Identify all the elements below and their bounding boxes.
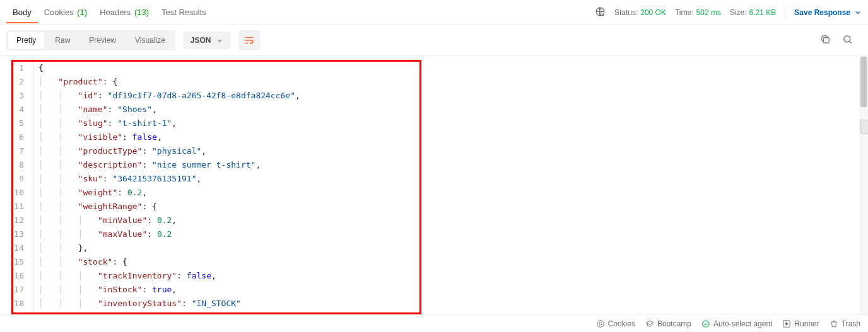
footer-auto-select-agent[interactable]: Auto-select agent (701, 319, 772, 328)
tab-cookies-label: Cookies (44, 8, 74, 17)
view-mode-tabs: Pretty Raw Preview Visualize (6, 30, 175, 50)
search-icon (842, 34, 853, 45)
cookie-icon (596, 319, 605, 328)
divider (785, 7, 785, 18)
copy-icon (820, 34, 831, 45)
code-lines: {│ "product": {│ │ "id": "df19c1f7-07d8-… (33, 56, 300, 314)
tab-test-results[interactable]: Test Results (155, 1, 213, 23)
chevron-down-icon (854, 9, 862, 16)
footer-bar: Cookies Bootcamp Auto-select agent Runne… (0, 314, 868, 332)
size-value: 6.21 KB (749, 8, 777, 17)
footer-cookies-label: Cookies (608, 319, 635, 328)
tab-body[interactable]: Body (6, 1, 38, 23)
tab-cookies-count: (1) (77, 8, 87, 17)
line-gutter: 123456789101112131415161718 (0, 56, 33, 314)
save-response-button[interactable]: Save Response (794, 8, 862, 17)
format-label: JSON (191, 36, 211, 45)
toolbar-right (820, 34, 862, 47)
svg-point-3 (597, 320, 604, 327)
time-label: Time: (675, 8, 694, 17)
view-pretty[interactable]: Pretty (8, 31, 45, 49)
play-square-icon (782, 319, 791, 328)
footer-bootcamp[interactable]: Bootcamp (645, 319, 691, 328)
status-value: 200 OK (640, 8, 666, 17)
tab-headers-count: (13) (134, 8, 149, 17)
chevron-down-icon (216, 37, 223, 44)
search-button[interactable] (842, 34, 853, 47)
response-body: 123456789101112131415161718 {│ "product"… (0, 55, 868, 314)
copy-button[interactable] (820, 34, 831, 47)
scrollbar-thumb[interactable] (860, 57, 867, 107)
view-raw[interactable]: Raw (46, 31, 79, 49)
pane-collapse-handle[interactable] (860, 120, 868, 134)
footer-bootcamp-label: Bootcamp (657, 319, 691, 328)
wrap-icon (243, 35, 255, 46)
format-dropdown[interactable]: JSON (183, 31, 231, 49)
svg-point-4 (599, 323, 599, 323)
status-bar: Status: 200 OK Time: 502 ms Size: 6.21 K… (595, 6, 862, 19)
view-preview[interactable]: Preview (80, 31, 125, 49)
svg-point-7 (601, 324, 602, 324)
time-value: 502 ms (696, 8, 721, 17)
footer-auto-select-label: Auto-select agent (713, 319, 772, 328)
wrap-lines-button[interactable] (238, 30, 260, 50)
size-label: Size: (730, 8, 747, 17)
svg-point-6 (599, 324, 600, 325)
footer-trash-label: Trash (842, 319, 860, 328)
footer-cookies[interactable]: Cookies (596, 319, 635, 328)
tab-cookies[interactable]: Cookies (1) (38, 1, 93, 23)
svg-point-8 (703, 320, 710, 327)
footer-runner[interactable]: Runner (782, 319, 819, 328)
trash-icon (830, 319, 838, 328)
footer-trash[interactable]: Trash (830, 319, 860, 328)
status-label: Status: (614, 8, 638, 17)
scrollbar-vertical[interactable] (859, 55, 868, 314)
response-tabs: Body Cookies (1) Headers (13) Test Resul… (0, 0, 868, 25)
save-response-label: Save Response (794, 8, 850, 17)
graduation-icon (645, 319, 654, 328)
globe-icon[interactable] (595, 6, 606, 19)
footer-runner-label: Runner (794, 319, 819, 328)
svg-rect-1 (824, 38, 830, 43)
code-editor[interactable]: 123456789101112131415161718 {│ "product"… (0, 56, 868, 314)
svg-point-5 (601, 322, 601, 323)
check-circle-icon (701, 319, 710, 328)
svg-point-2 (844, 36, 850, 42)
view-visualize[interactable]: Visualize (126, 31, 174, 49)
tab-headers[interactable]: Headers (13) (93, 1, 155, 23)
tab-headers-label: Headers (100, 8, 131, 17)
view-options: Pretty Raw Preview Visualize JSON (0, 25, 868, 55)
